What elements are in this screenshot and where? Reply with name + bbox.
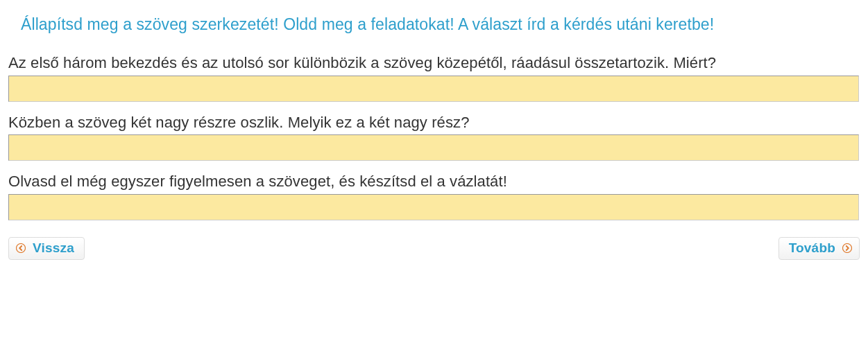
question-text: Olvasd el még egyszer figyelmesen a szöv…	[8, 172, 860, 191]
exercise-header: Állapítsd meg a szöveg szerkezetét! Oldd…	[0, 15, 868, 53]
next-button[interactable]: Tovább	[778, 237, 860, 260]
question-block-2: Közben a szöveg két nagy részre oszlik. …	[0, 113, 868, 173]
question-block-1: Az első három bekezdés és az utolsó sor …	[0, 53, 868, 113]
next-button-label: Tovább	[789, 240, 835, 256]
arrow-right-icon	[842, 243, 852, 253]
question-text: Közben a szöveg két nagy részre oszlik. …	[8, 113, 860, 132]
answer-input-3[interactable]	[8, 194, 859, 220]
arrow-left-icon	[16, 243, 26, 253]
question-block-3: Olvasd el még egyszer figyelmesen a szöv…	[0, 172, 868, 231]
back-button-label: Vissza	[33, 240, 74, 256]
back-button[interactable]: Vissza	[8, 237, 85, 260]
answer-input-2[interactable]	[8, 134, 859, 161]
question-text: Az első három bekezdés és az utolsó sor …	[8, 53, 860, 73]
exercise-container: Állapítsd meg a szöveg szerkezetét! Oldd…	[0, 0, 868, 260]
answer-input-1[interactable]	[8, 76, 859, 102]
nav-container: Vissza Tovább	[0, 231, 868, 260]
svg-point-1	[843, 243, 852, 252]
svg-point-0	[17, 243, 26, 252]
